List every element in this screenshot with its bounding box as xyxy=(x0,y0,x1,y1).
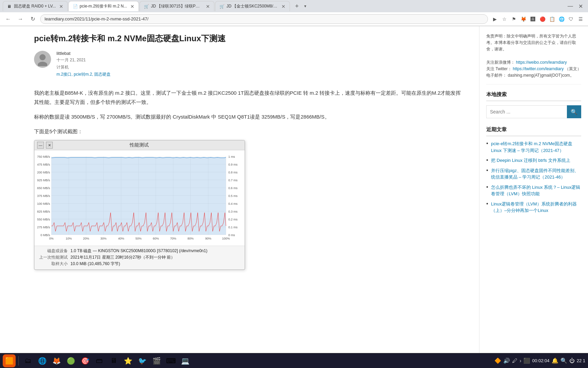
taskbar-app-4[interactable]: 🟢 xyxy=(64,354,77,367)
twitter-label: 关注 Twitter： xyxy=(486,66,512,71)
taskbar-app-5[interactable]: 🎯 xyxy=(79,354,92,367)
menu-button[interactable]: ☰ xyxy=(576,15,585,23)
taskbar-app-small-4[interactable]: ⬛ xyxy=(523,357,530,364)
perf-info-row-device: 磁盘或设备 1.0 TB 磁盘 — KINGSTON SKC2500M81000… xyxy=(37,248,242,254)
extension-icon-3[interactable]: 🔴 xyxy=(538,15,546,23)
recent-article-3: 并行压缩pigz、固态硬盘固件不同性能差别、统信直播奖品 – 学习周记（2021… xyxy=(486,167,581,181)
tab-2-close[interactable]: ✕ xyxy=(130,4,134,9)
taskbar-notification-icon[interactable]: 🔔 xyxy=(552,357,558,364)
tab-list-button[interactable]: ▾ xyxy=(302,1,308,11)
svg-text:90%: 90% xyxy=(205,237,211,240)
recent-article-5-link[interactable]: Linux逻辑卷管理（LVM）系统折腾者的利器（上）–分分钟再加一个Linux xyxy=(491,201,577,213)
taskbar-app-small-3[interactable]: 🖊 xyxy=(512,358,518,364)
taskbar-app-9[interactable]: 🎬 xyxy=(150,354,163,367)
perf-window-controls[interactable]: — ✕ xyxy=(37,142,53,149)
tab-2[interactable]: 📄 pcie-m.2转接卡和 m.2 N... ✕ xyxy=(68,1,139,11)
perf-minimize-button[interactable]: — xyxy=(37,142,44,149)
recent-article-5: Linux逻辑卷管理（LVM）系统折腾者的利器（上）–分分钟再加一个Linux xyxy=(486,201,581,214)
taskbar-app-7[interactable]: 🖥 xyxy=(107,354,120,367)
perf-info-row-lasttest: 上一次性能测试 2021年11月17日 星期三 20时16分27秒（不到一分钟 … xyxy=(37,255,242,260)
svg-text:40%: 40% xyxy=(118,237,124,240)
tab-1[interactable]: 🖥 固态硬盘 RAID0 + LV... ✕ xyxy=(3,1,68,11)
perf-info-row-samplesize: 取样大小 10.0 MiB (10,485,760 字节) xyxy=(37,261,242,267)
minimize-browser-button[interactable]: — xyxy=(566,1,575,11)
article-area: pcie转m.2转接卡和 m.2 NVMe固态硬盘Linux下测速 little… xyxy=(0,26,479,353)
taskbar-power-icon[interactable]: ⏻ xyxy=(569,358,575,364)
svg-text:1 ms: 1 ms xyxy=(228,155,235,158)
taskbar-app-star[interactable]: ⭐ xyxy=(121,354,134,367)
article-title: pcie转m.2转接卡和 m.2 NVMe固态硬盘Linux下测速 xyxy=(34,33,466,44)
tab-3[interactable]: 🛒 JD 【绿联30715】绿联PCie转... ✕ xyxy=(140,1,214,11)
extension-icon-2[interactable]: 🅰 xyxy=(529,15,537,23)
extension-icon-1[interactable]: 🦊 xyxy=(519,15,527,23)
taskbar-app-6[interactable]: 🗃 xyxy=(93,354,106,367)
tab-3-title: JD 【绿联30715】绿联PCie转... xyxy=(151,3,202,9)
taskbar-date: 22 1 xyxy=(577,358,585,363)
svg-text:2750 MB/s: 2750 MB/s xyxy=(37,155,50,158)
tab-1-favicon: 🖥 xyxy=(7,4,12,9)
article-category: 计算机 xyxy=(56,64,111,70)
twitter-link[interactable]: https://twitter.com/learndiary xyxy=(513,66,564,71)
search-button[interactable]: 🔍 xyxy=(567,105,581,118)
tab-4[interactable]: 🛒 JD 【金士顿SKC2500M8/1000... ✕ xyxy=(215,1,290,11)
recent-article-4-link[interactable]: 怎么折腾也弄不坏的 Linux 系统？– Linux逻辑卷管理（LVM）快照功能 xyxy=(491,185,580,197)
article-paragraph-2: 标称的数据是读 3500MB/S，写 2700MB/S。测试数据最好的 Crys… xyxy=(34,112,466,121)
perf-value-lasttest: 2021年11月17日 星期三 20时16分27秒（不到一分钟 前） xyxy=(70,255,175,260)
url-bar[interactable]: learndiary.com/2021/11/pcie-m-2-nvme-ssd… xyxy=(40,14,488,24)
weibo-link[interactable]: https://weibo.com/learndiary xyxy=(516,60,567,65)
play-icon[interactable]: ▶ xyxy=(491,15,499,23)
taskbar-search-icon[interactable]: 🔍 xyxy=(560,357,567,364)
perf-info-section: 磁盘或设备 1.0 TB 磁盘 — KINGSTON SKC2500M81000… xyxy=(34,246,245,270)
sidebar: 免责声明：除文中明确声明，所有文字皆为个人思考。本博本着分享与交流目的公之于众，… xyxy=(479,26,588,353)
svg-text:0.2 ms: 0.2 ms xyxy=(228,218,238,221)
twitter-note: （英文） xyxy=(565,66,581,71)
page-content: pcie转m.2转接卡和 m.2 NVMe固态硬盘Linux下测速 little… xyxy=(0,26,588,353)
taskbar-app-small-2[interactable]: 🔊 xyxy=(503,357,510,364)
recent-article-3-link[interactable]: 并行压缩pigz、固态硬盘固件不同性能差别、统信直播奖品 – 学习周记（2021… xyxy=(491,168,579,180)
flag-icon[interactable]: ⚑ xyxy=(510,15,518,23)
taskbar-app-10[interactable]: ⌨ xyxy=(164,354,177,367)
svg-text:60%: 60% xyxy=(153,237,159,240)
svg-text:10%: 10% xyxy=(66,237,72,240)
svg-text:1650 MB/s: 1650 MB/s xyxy=(37,186,50,190)
tab-2-title: pcie-m.2转接卡和 m.2 N... xyxy=(80,3,127,9)
taskbar-app-11[interactable]: 💻 xyxy=(179,354,192,367)
extension-icon-6[interactable]: 🛡 xyxy=(567,15,575,23)
extension-icon-4[interactable]: 📋 xyxy=(548,15,556,23)
recent-article-2-link[interactable]: 把 Deepin Linux 迁移到 btrfs 文件系统上 xyxy=(491,158,570,163)
reload-button[interactable]: ↻ xyxy=(28,14,37,24)
taskbar-separator-1 xyxy=(18,356,19,366)
recent-articles-list: pcie-e转m.2转接卡和 m.2 NVMe固态硬盘Linux 下测速 – 学… xyxy=(486,140,581,214)
taskbar-app-2[interactable]: 🌐 xyxy=(36,354,49,367)
taskbar-app-3[interactable]: 🦊 xyxy=(50,354,63,367)
email-label: 电子邮件： xyxy=(486,73,507,78)
taskbar-arrow-icon[interactable]: › xyxy=(520,358,521,364)
taskbar-app-1[interactable]: 🗂 xyxy=(21,354,34,367)
extension-icon-5[interactable]: 🌐 xyxy=(557,15,566,23)
taskbar-app-small-1[interactable]: 🔶 xyxy=(494,357,501,364)
taskbar-app-8[interactable]: 🐦 xyxy=(136,354,149,367)
article-tags[interactable]: m.2接口, pcie转m.2, 固态硬盘 xyxy=(56,72,111,77)
search-input[interactable] xyxy=(486,105,567,118)
tab-3-close[interactable]: ✕ xyxy=(206,4,210,9)
svg-text:1100 MB/s: 1100 MB/s xyxy=(37,202,50,205)
star-icon[interactable]: ☆ xyxy=(500,15,508,23)
perf-close-button[interactable]: ✕ xyxy=(46,142,53,149)
new-tab-button[interactable]: + xyxy=(292,1,301,11)
forward-button[interactable]: → xyxy=(16,14,25,24)
tab-4-favicon: 🛒 xyxy=(219,4,224,9)
tab-1-close[interactable]: ✕ xyxy=(59,4,63,9)
taskbar-app-files[interactable]: 🟧 xyxy=(3,354,16,367)
perf-label-lasttest: 上一次性能测试 xyxy=(37,255,68,260)
tab-4-close[interactable]: ✕ xyxy=(281,4,285,9)
recent-article-1-link[interactable]: pcie-e转m.2转接卡和 m.2 NVMe固态硬盘Linux 下测速 – 学… xyxy=(491,141,572,153)
back-button[interactable]: ← xyxy=(3,14,13,24)
taskbar-right: 🔶 🔊 🖊 › ⬛ 00:02:04 🔔 🔍 ⏻ 22 1 xyxy=(494,357,585,364)
svg-text:0.9 ms: 0.9 ms xyxy=(228,163,238,166)
svg-text:1375 MB/s: 1375 MB/s xyxy=(37,194,50,198)
svg-point-0 xyxy=(39,54,46,60)
close-browser-button[interactable]: ✕ xyxy=(576,1,585,11)
perf-chart-svg: 2750 MB/s 2475 MB/s 2200 MB/s 1925 MB/s … xyxy=(37,153,241,242)
performance-window: — ✕ 性能测试 2750 MB/s 2475 MB/s 2200 MB/s 1… xyxy=(34,140,245,270)
perf-value-samplesize: 10.0 MiB (10,485,760 字节) xyxy=(70,261,120,267)
